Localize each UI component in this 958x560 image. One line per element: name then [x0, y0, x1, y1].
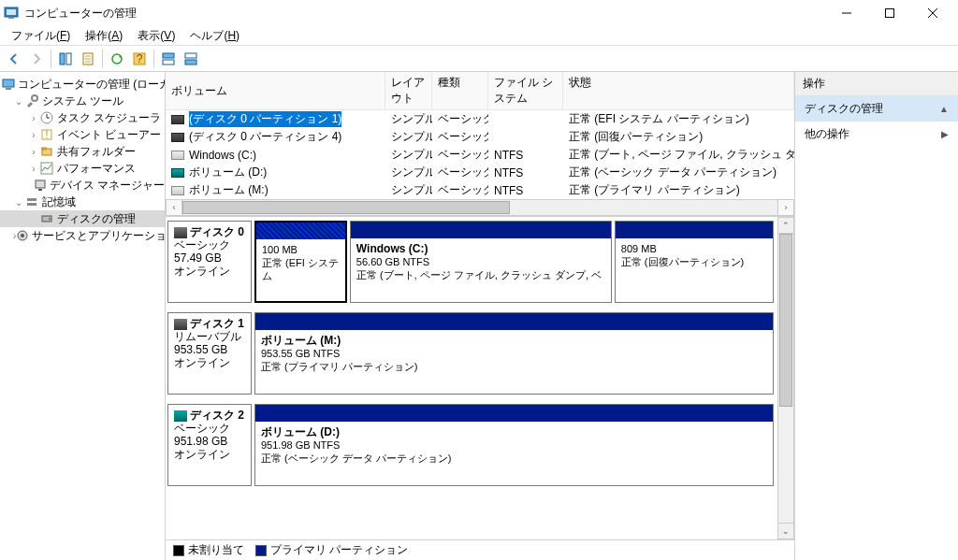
toolbar-separator [102, 50, 103, 68]
menu-help[interactable]: ヘルプ(H) [182, 26, 247, 46]
svg-rect-34 [27, 203, 36, 206]
partition[interactable]: 809 MB正常 (回復パーティション) [615, 221, 774, 303]
tree-perf[interactable]: ›パフォーマンス [0, 160, 165, 177]
partition[interactable]: ボリューム (D:)951.98 GB NTFS正常 (ベーシック データ パー… [254, 404, 774, 486]
view-top-button[interactable] [158, 49, 179, 69]
partition-label: Windows (C:)56.60 GB NTFS正常 (ブート, ページ ファ… [351, 238, 611, 302]
volume-row[interactable]: (ディスク 0 パーティション 1)シンプルベーシック正常 (EFI システム … [166, 110, 794, 128]
volume-icon [171, 133, 184, 142]
svg-rect-29 [42, 148, 46, 150]
svg-rect-21 [6, 88, 11, 90]
volume-type: ベーシック [432, 146, 488, 164]
tree-task[interactable]: ›タスク スケジューラ [0, 109, 165, 126]
partition-stripe [255, 405, 773, 422]
tree-storage[interactable]: ⌄記憶域 [0, 194, 165, 210]
menu-help-label: ヘルプ [190, 29, 224, 42]
col-type[interactable]: 種類 [432, 72, 488, 109]
scroll-thumb[interactable] [182, 201, 510, 214]
tree-svcapps[interactable]: ›サービスとアプリケーション [0, 227, 165, 244]
refresh-button[interactable] [107, 49, 127, 69]
disk-row[interactable]: ディスク 1リムーバブル953.55 GBオンラインボリューム (M:)953.… [167, 312, 774, 395]
menu-action[interactable]: 操作(A) [78, 26, 130, 46]
partition-label: 809 MB正常 (回復パーティション) [616, 238, 773, 302]
volume-fs: NTFS [488, 165, 563, 180]
volume-layout: シンプル [385, 146, 432, 164]
show-hide-tree-button[interactable] [55, 49, 76, 69]
tree-perf-label: パフォーマンス [57, 161, 136, 177]
disk-info: ディスク 1リムーバブル953.55 GBオンライン [167, 312, 252, 395]
maximize-button[interactable] [868, 0, 911, 26]
volume-list-hscroll[interactable]: ‹ › [166, 199, 794, 216]
volume-name: ボリューム (D:) [189, 165, 267, 180]
tree-shared[interactable]: ›共有フォルダー [0, 143, 165, 160]
disk-type: ベーシック [174, 422, 230, 435]
forward-button[interactable] [26, 49, 47, 69]
expand-icon[interactable]: › [28, 130, 39, 140]
tree-event[interactable]: ›!イベント ビューアー [0, 126, 165, 143]
svg-point-38 [21, 234, 24, 237]
close-button[interactable] [911, 0, 954, 26]
services-icon [16, 228, 29, 243]
scroll-right[interactable]: › [777, 199, 794, 216]
volume-row[interactable]: Windows (C:)シンプルベーシックNTFS正常 (ブート, ページ ファ… [166, 146, 794, 164]
content-panel: ボリューム レイアウト 種類 ファイル システム 状態 (ディスク 0 パーティ… [166, 72, 795, 560]
disk-map[interactable]: ディスク 0ベーシック57.49 GBオンライン100 MB正常 (EFI シス… [166, 217, 777, 539]
scroll-down[interactable]: ⌄ [777, 523, 794, 539]
toolbar: ? [0, 46, 958, 72]
volume-row[interactable]: (ディスク 0 パーティション 4)シンプルベーシック正常 (回復パーティション… [166, 128, 794, 146]
minimize-button[interactable] [825, 0, 868, 26]
actions-category-disk[interactable]: ディスクの管理▲ [795, 96, 958, 122]
actions-more[interactable]: 他の操作▶ [795, 122, 958, 147]
tree-root-label: コンピューターの管理 (ローカル) [18, 77, 166, 93]
col-status[interactable]: 状態 [563, 72, 794, 109]
volume-list[interactable]: ボリューム レイアウト 種類 ファイル システム 状態 (ディスク 0 パーティ… [166, 72, 794, 217]
scroll-track[interactable] [182, 199, 777, 216]
volume-layout: シンプル [385, 181, 432, 199]
volume-type: ベーシック [432, 181, 488, 199]
disk-row[interactable]: ディスク 0ベーシック57.49 GBオンライン100 MB正常 (EFI シス… [167, 221, 774, 303]
volume-icon [171, 115, 184, 124]
menu-file[interactable]: ファイル(F) [4, 26, 78, 46]
collapse-icon[interactable]: ⌄ [13, 96, 24, 107]
col-layout[interactable]: レイアウト [385, 72, 432, 109]
disk-map-vscroll[interactable]: ⌃ ⌄ [777, 217, 794, 539]
volume-fs: NTFS [488, 148, 563, 163]
tree-devmgr[interactable]: デバイス マネージャー [0, 177, 165, 194]
expand-icon[interactable]: › [28, 164, 39, 174]
menu-view[interactable]: 表示(V) [130, 26, 182, 46]
partition-label: ボリューム (M:)953.55 GB NTFS正常 (プライマリ パーティショ… [255, 330, 773, 394]
disk-row[interactable]: ディスク 2ベーシック951.98 GBオンラインボリューム (D:)951.9… [167, 404, 774, 486]
disk-icon [174, 227, 187, 238]
disk-icon [39, 211, 54, 226]
scroll-up[interactable]: ⌃ [777, 217, 794, 234]
collapse-icon[interactable]: ⌄ [13, 197, 24, 208]
partition[interactable]: Windows (C:)56.60 GB NTFS正常 (ブート, ページ ファ… [350, 221, 612, 303]
nav-tree[interactable]: コンピューターの管理 (ローカル) ⌄システム ツール ›タスク スケジューラ … [0, 72, 166, 560]
volume-row[interactable]: ボリューム (D:)シンプルベーシックNTFS正常 (ベーシック データ パーテ… [166, 164, 794, 181]
partition-label: ボリューム (D:)951.98 GB NTFS正常 (ベーシック データ パー… [255, 422, 773, 485]
expand-icon[interactable]: › [28, 113, 39, 123]
volume-list-header[interactable]: ボリューム レイアウト 種類 ファイル システム 状態 [166, 72, 794, 110]
partition[interactable]: ボリューム (M:)953.55 GB NTFS正常 (プライマリ パーティショ… [254, 312, 774, 395]
tree-devmgr-label: デバイス マネージャー [50, 178, 165, 194]
view-bottom-button[interactable] [181, 49, 201, 69]
volume-row[interactable]: ボリューム (M:)シンプルベーシックNTFS正常 (プライマリ パーティション… [166, 181, 794, 199]
tree-diskmgmt[interactable]: ディスクの管理 [0, 210, 165, 227]
volume-name: Windows (C:) [189, 149, 256, 162]
col-volume[interactable]: ボリューム [166, 72, 385, 109]
partition-stripe [256, 223, 345, 239]
partition[interactable]: 100 MB正常 (EFI システム [254, 221, 347, 303]
scroll-left[interactable]: ‹ [166, 199, 182, 216]
scroll-thumb[interactable] [779, 234, 792, 407]
volume-status: 正常 (ブート, ページ ファイル, クラッシュ ダンプ, ベーシック デ [563, 146, 794, 164]
help-button[interactable]: ? [129, 49, 150, 69]
tree-root[interactable]: コンピューターの管理 (ローカル) [0, 76, 165, 93]
legend-swatch-black [173, 545, 184, 556]
menu-bar: ファイル(F) 操作(A) 表示(V) ヘルプ(H) [0, 26, 958, 46]
tree-systools[interactable]: ⌄システム ツール [0, 93, 165, 109]
scroll-track[interactable] [777, 234, 794, 523]
expand-icon[interactable]: › [28, 147, 39, 157]
col-fs[interactable]: ファイル システム [488, 72, 563, 109]
back-button[interactable] [4, 49, 24, 69]
properties-button[interactable] [78, 49, 98, 69]
